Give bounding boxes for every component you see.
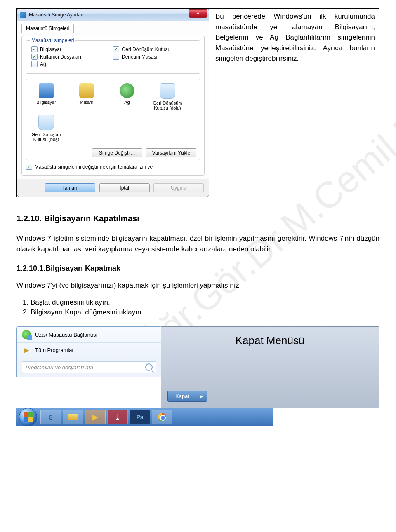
- group-title: Masaüstü simgeleri: [30, 37, 75, 43]
- taskbar: e ▶ ⤓ Ps: [16, 408, 273, 426]
- arrow-right-icon: ▶: [22, 346, 31, 354]
- paragraph-shutdown-steps-intro: Windows 7'yi (ve bilgisayarınızı) kapatm…: [16, 280, 380, 291]
- taskbar-photoshop-icon[interactable]: Ps: [130, 410, 150, 424]
- top-layout-table: Masaüstü Simge Ayarları ✕ Masaüstü Simge…: [16, 8, 380, 197]
- icon-preview-list: Bilgisayar Misafir Ağ Geri Dönüşüm Kutus…: [26, 79, 200, 160]
- icon-label: Ağ: [124, 100, 130, 105]
- icon-label: Bilgisayar: [36, 100, 56, 105]
- chevron-right-icon[interactable]: ▸: [197, 391, 207, 401]
- recycle-bin-full-icon: [160, 83, 175, 99]
- change-icon-button[interactable]: Simge Değiştir...: [92, 148, 142, 157]
- icon-label: Geri Dönüşüm Kutusu (dolu): [153, 101, 182, 110]
- computer-icon: [39, 83, 54, 98]
- checkbox-kullanici-dosyalari[interactable]: ✓Kullanıcı Dosyaları: [31, 54, 113, 60]
- start-orb-button[interactable]: [19, 408, 37, 426]
- menu-item-label: Uzak Masaüstü Bağlantısı: [35, 332, 97, 338]
- recycle-bin-empty-icon: [38, 115, 54, 130]
- search-icon: [145, 363, 153, 371]
- checkbox-allow-themes[interactable]: ✓Masaüstü simgelerini değiştirmek için t…: [26, 164, 200, 170]
- step-1: Başlat düğmesini tıklayın.: [31, 298, 380, 307]
- checkbox-bilgisayar[interactable]: ✓Bilgisayar: [31, 46, 113, 52]
- ok-button[interactable]: Tamam: [45, 183, 95, 192]
- start-menu-search-input[interactable]: Programları ve dosyaları ara: [22, 361, 156, 373]
- checkbox-label: Bilgisayar: [40, 47, 61, 52]
- shutdown-button-label: Kapat: [168, 391, 197, 401]
- taskbar-explorer-icon[interactable]: [63, 410, 83, 424]
- search-placeholder: Programları ve dosyaları ara: [26, 364, 93, 370]
- taskbar-mediaplayer-icon[interactable]: ▶: [85, 410, 106, 424]
- restore-default-button[interactable]: Varsayılanı Yükle: [146, 148, 196, 157]
- icon-item-misafir[interactable]: Misafir: [70, 83, 103, 110]
- shutdown-panel-title: Kapat Menüsü: [166, 334, 374, 347]
- dialog-titlebar: Masaüstü Simge Ayarları ✕: [17, 9, 209, 21]
- paragraph-shutdown-intro: Windows 7 işletim sisteminde bilgisayarı…: [16, 233, 380, 255]
- steps-list: Başlat düğmesini tıklayın. Bilgisayarı K…: [31, 298, 380, 316]
- dialog-app-icon: [20, 12, 26, 18]
- shutdown-button[interactable]: Kapat ▸: [167, 391, 207, 402]
- checkbox-label: Kullanıcı Dosyaları: [40, 54, 81, 60]
- checkbox-label: Masaüstü simgelerini değiştirmek için te…: [35, 164, 154, 170]
- step-2: Bilgisayarı Kapat düğmesini tıklayın.: [31, 308, 380, 316]
- checkbox-label: Denetim Masası: [122, 54, 158, 60]
- icon-label: Geri Dönüşüm Kutusu (boş): [32, 132, 61, 142]
- remote-desktop-icon: [22, 330, 31, 339]
- icon-label: Misafir: [80, 100, 93, 105]
- group-desktop-icons: Masaüstü simgeleri ✓Bilgisayar ✓Kullanıc…: [26, 40, 200, 74]
- icon-item-ag[interactable]: Ağ: [111, 83, 144, 110]
- close-icon[interactable]: ✕: [189, 9, 207, 18]
- start-menu-item-rdp[interactable]: Uzak Masaüstü Bağlantısı: [17, 327, 161, 342]
- desktop-icon-settings-dialog: Masaüstü Simge Ayarları ✕ Masaüstü Simge…: [17, 9, 209, 197]
- shutdown-panel: Kapat Menüsü Kapat ▸: [161, 326, 380, 408]
- dialog-title: Masaüstü Simge Ayarları: [29, 12, 189, 18]
- checkbox-geri-donusum[interactable]: ✓Geri Dönüşüm Kutusu: [113, 46, 195, 52]
- checkbox-ag[interactable]: Ağ: [31, 61, 113, 67]
- explanation-text: Bu pencerede Windows'un ilk kurulumunda …: [211, 9, 379, 197]
- start-menu-figure: Uzak Masaüstü Bağlantısı ▶ Tüm Programla…: [16, 326, 380, 426]
- heading-1-2-10-1: 1.2.10.1.Bilgisayarı Kapatmak: [16, 264, 380, 273]
- icon-item-bilgisayar[interactable]: Bilgisayar: [30, 83, 63, 110]
- heading-1-2-10: 1.2.10. Bilgisayarın Kapatılması: [16, 214, 380, 223]
- tab-desktop-icons[interactable]: Masaüstü Simgeleri: [21, 24, 74, 33]
- taskbar-adobe-reader-icon[interactable]: ⤓: [107, 410, 128, 424]
- checkbox-denetim-masasi[interactable]: Denetim Masası: [113, 54, 195, 60]
- start-menu-all-programs[interactable]: ▶ Tüm Programlar: [17, 342, 161, 357]
- menu-item-label: Tüm Programlar: [35, 347, 74, 353]
- title-underline: [166, 349, 362, 349]
- icon-item-geri-dolu[interactable]: Geri Dönüşüm Kutusu (dolu): [151, 83, 184, 110]
- checkbox-label: Ağ: [40, 61, 46, 67]
- cancel-button[interactable]: İptal: [99, 183, 150, 192]
- taskbar-chrome-icon[interactable]: [152, 410, 172, 424]
- icon-item-geri-bos[interactable]: Geri Dönüşüm Kutusu (boş): [30, 115, 63, 142]
- user-folder-icon: [79, 83, 94, 98]
- taskbar-ie-icon[interactable]: e: [40, 410, 61, 424]
- checkbox-label: Geri Dönüşüm Kutusu: [122, 47, 170, 52]
- network-icon: [120, 83, 134, 98]
- apply-button[interactable]: Uygula: [153, 183, 204, 192]
